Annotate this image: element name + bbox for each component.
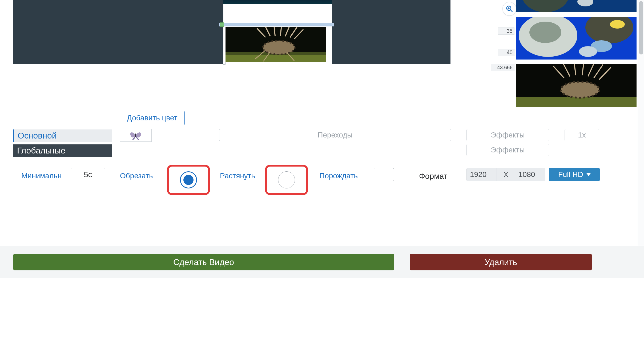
caret-down-icon: [586, 173, 591, 176]
svg-point-26: [529, 22, 561, 43]
svg-point-28: [610, 20, 625, 29]
format-label: Формат: [419, 172, 448, 181]
timeline-column: 35 40 43.666: [455, 0, 637, 107]
timeline-thumb-2[interactable]: [516, 64, 637, 107]
tab-main[interactable]: Основной: [13, 129, 112, 142]
height-input[interactable]: [515, 168, 545, 181]
resolution-preset-dropdown[interactable]: Full HD: [549, 168, 600, 181]
min-duration-label: Минимальн: [21, 172, 66, 180]
wait-label: Порождать: [319, 172, 365, 180]
make-video-button[interactable]: Сделать Видео: [13, 254, 394, 270]
svg-point-42: [135, 133, 136, 137]
transitions-button[interactable]: Переходы: [219, 129, 451, 141]
split-handle-left[interactable]: [220, 22, 224, 27]
width-input[interactable]: [466, 168, 497, 181]
speed-button[interactable]: 1x: [565, 129, 599, 141]
vertical-scrollbar-thumb[interactable]: [639, 1, 643, 54]
vertical-scrollbar-track[interactable]: [638, 0, 644, 246]
split-bar[interactable]: [219, 23, 334, 26]
delete-button[interactable]: Удалить: [410, 254, 592, 270]
preview-resize-handle[interactable]: [223, 62, 226, 65]
preview-pane[interactable]: [13, 0, 450, 64]
preview-top-strip: [223, 0, 332, 4]
stretch-radio[interactable]: [278, 171, 295, 188]
svg-rect-32: [516, 97, 637, 107]
timeline-tick-35: 35: [498, 27, 514, 35]
preview-image-lionfish: [226, 27, 326, 62]
crop-radio[interactable]: [180, 171, 197, 188]
timeline-thumb-1[interactable]: [516, 17, 637, 60]
timeline-thumb-0[interactable]: [516, 0, 637, 12]
crop-label: Обрезать: [120, 172, 153, 180]
tab-global[interactable]: Глобальные: [13, 144, 112, 157]
effects-button-1[interactable]: Эффекты: [466, 129, 549, 141]
highlight-stretch: [265, 165, 308, 195]
effects-button-2[interactable]: Эффекты: [466, 144, 549, 156]
crop-radio-dot: [183, 175, 194, 185]
slide-thumbnail-butterfly[interactable]: [120, 129, 152, 142]
svg-point-30: [579, 46, 597, 57]
timeline-tick-40: 40: [498, 49, 514, 56]
preview-frame: [223, 0, 332, 64]
resolution-preset-label: Full HD: [558, 170, 583, 179]
zoom-in-button[interactable]: [503, 2, 516, 15]
highlight-crop: [167, 165, 210, 195]
add-color-button[interactable]: Добавить цвет: [120, 111, 185, 125]
dimension-x: X: [497, 168, 515, 181]
wait-checkbox[interactable]: [374, 168, 394, 181]
min-duration-input[interactable]: [71, 168, 105, 181]
stretch-label: Растянуть: [220, 172, 255, 180]
bottom-bar: Сделать Видео Удалить: [0, 246, 644, 278]
svg-line-16: [510, 10, 512, 12]
timeline-tick-end: 43.666: [491, 64, 514, 71]
